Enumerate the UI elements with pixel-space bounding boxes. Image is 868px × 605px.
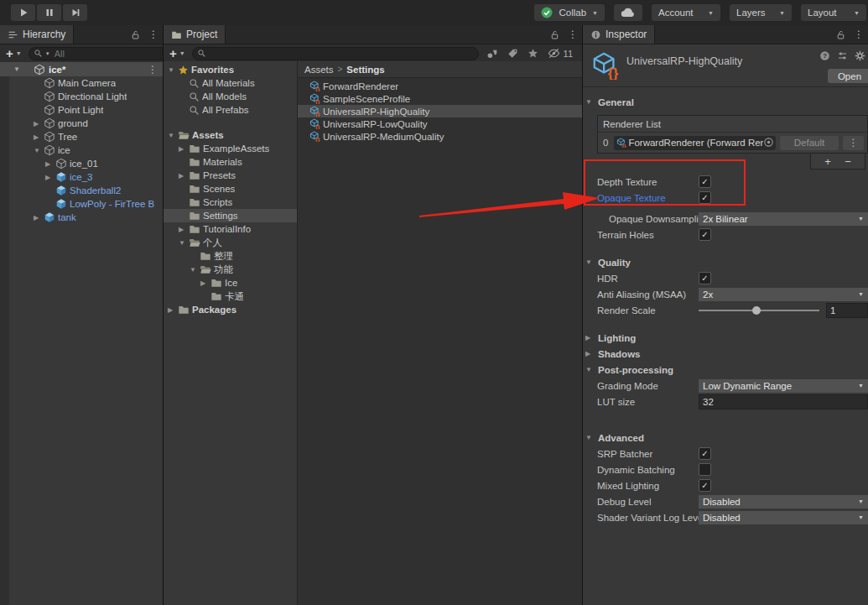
add-element-button[interactable]: + [824, 156, 831, 167]
tab-project[interactable]: Project [164, 25, 226, 44]
project-tree-item-all-prefabs[interactable]: All Prefabs [164, 103, 297, 117]
foldout-closed-icon[interactable]: ▶ [34, 214, 44, 222]
foldout-closed-icon[interactable]: ▶ [45, 174, 55, 181]
project-tree-item-卡通[interactable]: 卡通 [164, 289, 297, 303]
lock-icon[interactable] [130, 29, 141, 40]
remove-element-button[interactable]: − [845, 156, 851, 167]
layers-dropdown[interactable]: Layers ▼ [730, 4, 792, 21]
project-tree-item-all-materials[interactable]: All Materials [164, 76, 297, 90]
hierarchy-item-point-light[interactable]: Point Light [0, 103, 163, 117]
dropdown-grading-mode[interactable]: Low Dynamic Range▼ [699, 379, 868, 393]
checkbox-opaque-texture[interactable]: ✓ [699, 191, 711, 204]
file-item-samplesceneprofile[interactable]: {}SampleSceneProfile [298, 92, 582, 105]
project-tree-item-favorites[interactable]: ▼Favorites [164, 63, 297, 76]
foldout-closed-icon[interactable]: ▶ [585, 334, 595, 342]
dropdown-debug-level[interactable]: Disabled▼ [699, 495, 868, 509]
hierarchy-item-lowpoly-firtree-b[interactable]: LowPoly - FirTree B [0, 197, 163, 211]
foldout-open-icon[interactable]: ▼ [179, 239, 189, 247]
hierarchy-item-ice-01[interactable]: ▶ice_01 [0, 157, 163, 170]
project-tree-item-tutorialinfo[interactable]: ▶TutorialInfo [164, 222, 297, 236]
cloud-button[interactable] [614, 4, 642, 21]
hierarchy-search[interactable]: ▼ [29, 47, 164, 60]
renderer-object-field[interactable]: {}ForwardRenderer (Forward Renderer Data… [614, 136, 776, 150]
element-menu-button[interactable]: ⋮ [843, 136, 864, 150]
section-general[interactable]: ▼General [583, 94, 868, 110]
project-tree-item-settings[interactable]: Settings [164, 209, 297, 222]
foldout-closed-icon[interactable]: ▶ [34, 120, 44, 128]
hidden-items-eye-icon[interactable] [548, 47, 560, 60]
kebab-menu-icon[interactable]: ⋮ [148, 29, 159, 39]
object-picker-icon[interactable] [763, 137, 774, 148]
project-search[interactable] [192, 47, 479, 60]
file-item-universalrp-highquality[interactable]: {}UniversalRP-HighQuality [298, 105, 582, 117]
project-tree-item-scripts[interactable]: Scripts [164, 196, 297, 209]
hierarchy-item-ice-3[interactable]: ▶ice_3 [0, 170, 163, 184]
file-item-universalrp-lowquality[interactable]: {}UniversalRP-LowQuality [298, 117, 582, 130]
gear-icon[interactable] [855, 50, 865, 61]
foldout-open-icon[interactable]: ▼ [168, 132, 178, 139]
input-lut-size[interactable]: 32 [699, 394, 868, 409]
foldout-closed-icon[interactable]: ▶ [200, 279, 211, 287]
breadcrumb-current[interactable]: Settings [346, 65, 384, 75]
foldout-closed-icon[interactable]: ▶ [179, 145, 189, 153]
dropdown-shader-variant-log-level[interactable]: Disabled▼ [699, 511, 868, 524]
scene-row[interactable]: ▼ ice* ⋮ [0, 62, 163, 76]
favorites-star-icon[interactable] [528, 48, 538, 59]
checkbox-terrain-holes[interactable]: ✓ [699, 228, 711, 241]
project-tree-item-exampleassets[interactable]: ▶ExampleAssets [164, 142, 297, 155]
checkbox-srp-batcher[interactable]: ✓ [699, 447, 711, 460]
foldout-closed-icon[interactable]: ▶ [179, 226, 189, 233]
project-tree-item-assets[interactable]: ▼Assets [164, 128, 297, 142]
project-tree-item-packages[interactable]: ▶Packages [164, 303, 297, 316]
project-tree-item-all-models[interactable]: All Models [164, 90, 297, 103]
slider-value-field[interactable]: 1 [826, 303, 868, 318]
checkbox-hdr[interactable]: ✓ [699, 272, 711, 284]
account-dropdown[interactable]: Account ▼ [652, 4, 720, 21]
foldout-open-icon[interactable]: ▼ [168, 66, 178, 74]
project-tree-item-scenes[interactable]: Scenes [164, 182, 297, 196]
hierarchy-item-tree[interactable]: ▶Tree [0, 130, 163, 143]
project-tree-item-整理[interactable]: 整理 [164, 249, 297, 263]
foldout-closed-icon[interactable]: ▶ [585, 350, 595, 357]
checkbox-mixed-lighting[interactable]: ✓ [699, 479, 711, 492]
project-tree-item-ice[interactable]: ▶Ice [164, 276, 297, 289]
search-by-type-icon[interactable] [486, 48, 498, 60]
tab-hierarchy[interactable]: Hierarchy [0, 25, 74, 44]
section-advanced[interactable]: ▼Advanced [583, 430, 868, 446]
foldout-closed-icon[interactable]: ▶ [179, 172, 189, 180]
slider-track[interactable] [699, 310, 819, 311]
breadcrumb-root[interactable]: Assets [304, 65, 334, 75]
open-button[interactable]: Open [828, 69, 868, 83]
lock-icon[interactable] [835, 29, 846, 40]
hierarchy-item-main-camera[interactable]: Main Camera [0, 76, 163, 90]
layout-dropdown[interactable]: Layout ▼ [801, 4, 866, 21]
project-search-input[interactable] [209, 48, 474, 60]
kebab-menu-icon[interactable]: ⋮ [568, 29, 578, 39]
foldout-closed-icon[interactable]: ▶ [168, 306, 178, 314]
foldout-open-icon[interactable]: ▼ [34, 147, 44, 154]
foldout-open-icon[interactable]: ▼ [190, 266, 200, 274]
section-lighting[interactable]: ▶Lighting [583, 330, 868, 346]
hierarchy-item-shaderball2[interactable]: Shaderball2 [0, 184, 163, 197]
dropdown-anti-aliasing-msaa[interactable]: 2x▼ [699, 288, 868, 301]
lock-icon[interactable] [549, 29, 560, 40]
foldout-open-icon[interactable]: ▼ [13, 65, 23, 73]
step-button[interactable] [63, 4, 87, 21]
play-button[interactable] [11, 4, 35, 21]
hierarchy-item-ground[interactable]: ▶ground [0, 117, 163, 130]
hierarchy-item-tank[interactable]: ▶tank [0, 211, 163, 224]
section-post-processing[interactable]: ▼Post-processing [583, 362, 868, 378]
hierarchy-search-input[interactable] [53, 48, 164, 60]
foldout-closed-icon[interactable]: ▶ [34, 133, 44, 141]
collab-button[interactable]: Collab ▼ [534, 4, 605, 21]
search-by-label-icon[interactable] [507, 48, 518, 59]
file-item-forwardrenderer[interactable]: {}ForwardRenderer [298, 80, 582, 92]
slider-handle[interactable] [752, 306, 761, 315]
checkbox-depth-texture[interactable]: ✓ [699, 175, 711, 188]
foldout-closed-icon[interactable]: ▶ [45, 160, 55, 168]
foldout-open-icon[interactable]: ▼ [585, 366, 595, 373]
dropdown-opaque-downsampling[interactable]: 2x Bilinear▼ [699, 212, 868, 226]
checkbox-dynamic-batching[interactable] [699, 463, 711, 476]
tab-inspector[interactable]: Inspector [583, 25, 655, 44]
help-icon[interactable]: ? [819, 50, 830, 61]
